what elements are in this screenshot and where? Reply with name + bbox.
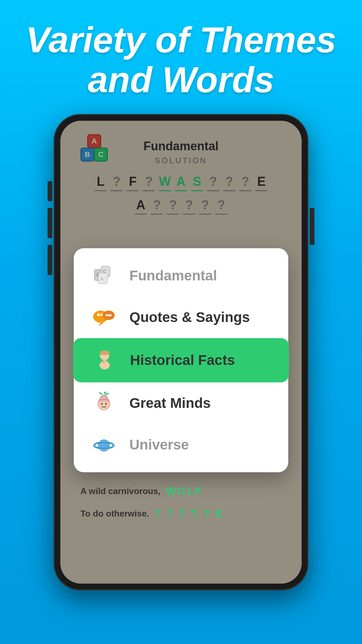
great-minds-icon (90, 390, 117, 417)
power-button (310, 208, 314, 245)
menu-item-great-minds[interactable]: Great Minds (74, 382, 288, 424)
menu-label-universe: Universe (129, 437, 189, 453)
menu-item-quotes[interactable]: ❝❝ Quotes & Sayings (74, 297, 288, 338)
bottom-row-2: To do otherwise. ? ? ? ? ? E (80, 507, 282, 520)
menu-label-quotes: Quotes & Sayings (129, 309, 250, 325)
svg-point-9 (106, 314, 108, 316)
menu-item-historical-facts[interactable]: Historical Facts (73, 338, 289, 382)
svg-text:A: A (100, 276, 104, 281)
bottom-answer-2: ? ? ? ? ? E (155, 507, 224, 520)
volume-button-3 (48, 245, 52, 275)
menu-label-historical-facts: Historical Facts (130, 352, 235, 368)
svg-point-14 (101, 403, 103, 405)
phone-body: A B C Fundamental SOLUTION L ? F ? W A S… (54, 114, 308, 590)
svg-point-20 (111, 435, 113, 436)
volume-button-1 (48, 181, 52, 201)
theme-menu: B C A Fundamental (74, 248, 288, 472)
svg-point-15 (105, 403, 107, 405)
bottom-puzzle-area: A wild carnivorous, WOLF To do otherwise… (60, 485, 302, 530)
menu-label-fundamental: Fundamental (129, 268, 217, 284)
bottom-row-1: A wild carnivorous, WOLF (80, 485, 282, 497)
phone-screen: A B C Fundamental SOLUTION L ? F ? W A S… (60, 121, 302, 584)
svg-point-21 (114, 442, 115, 443)
menu-item-universe[interactable]: Universe (74, 424, 288, 466)
svg-point-19 (95, 436, 96, 437)
bottom-clue-1: A wild carnivorous, (80, 486, 161, 496)
svg-point-10 (108, 314, 110, 316)
svg-point-11 (110, 314, 112, 316)
historical-icon (91, 347, 118, 374)
quotes-icon: ❝❝ (90, 304, 117, 331)
phone-mockup: A B C Fundamental SOLUTION L ? F ? W A S… (54, 114, 308, 590)
universe-icon (90, 431, 117, 458)
volume-button-2 (48, 208, 52, 238)
bottom-clue-2: To do otherwise. (80, 508, 149, 519)
fundamental-icon: B C A (90, 262, 117, 289)
menu-label-great-minds: Great Minds (129, 395, 211, 411)
menu-item-fundamental[interactable]: B C A Fundamental (74, 255, 288, 297)
page-title: Variety of Themes and Words (0, 20, 362, 100)
bottom-answer-1: WOLF (166, 485, 203, 497)
svg-point-22 (94, 450, 95, 452)
svg-point-16 (98, 439, 110, 451)
